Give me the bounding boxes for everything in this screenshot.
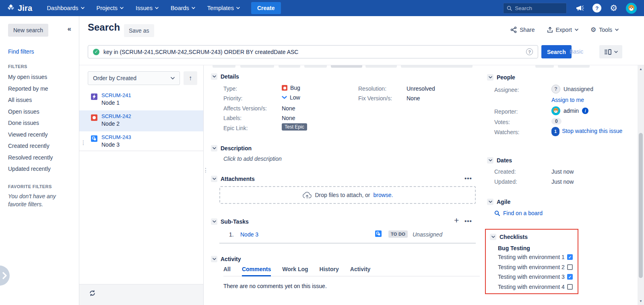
attachments-more-icon[interactable]: ••• xyxy=(464,175,472,182)
bug-issue-type-icon xyxy=(91,114,97,121)
sidebar-item-viewed-recently[interactable]: Viewed recently xyxy=(8,131,53,138)
epic-link-value: Test Epic xyxy=(282,123,307,131)
collapse-details-icon[interactable] xyxy=(211,73,217,80)
assignee-label: Assignee: xyxy=(494,87,519,93)
checkbox-environment-1[interactable] xyxy=(567,254,573,260)
browse-link[interactable]: browse. xyxy=(373,192,393,198)
nav-boards[interactable]: Boards xyxy=(171,5,195,11)
announcements-icon[interactable] xyxy=(575,4,584,12)
help-icon[interactable]: ? xyxy=(592,4,601,12)
collapse-description-icon[interactable] xyxy=(211,145,217,151)
nav-issues[interactable]: Issues xyxy=(136,5,159,11)
checkbox-environment-2[interactable] xyxy=(567,264,573,270)
reporter-avatar[interactable] xyxy=(551,106,560,115)
type-value: Bug xyxy=(282,85,300,91)
attachment-dropzone[interactable]: Drop files to attach, or browse. xyxy=(219,186,476,204)
sidebar-item-all-issues[interactable]: All issues xyxy=(8,97,53,103)
epic-badge[interactable]: Test Epic xyxy=(282,123,307,131)
collapse-people-icon[interactable] xyxy=(487,74,493,81)
chevron-down-icon xyxy=(155,7,159,9)
create-button[interactable]: Create xyxy=(251,2,281,14)
collapse-sidebar-icon[interactable]: « xyxy=(68,25,71,33)
scrollbar-thumb[interactable] xyxy=(639,133,643,278)
nav-projects[interactable]: Projects xyxy=(97,5,124,11)
activity-tabs: All Comments Work Log History Activity xyxy=(223,266,480,276)
nav-templates[interactable]: Templates xyxy=(207,5,240,11)
resolution-value: Unresolved xyxy=(407,85,435,92)
tools-button[interactable]: ⚙ Tools xyxy=(590,27,619,33)
collapse-activity-icon[interactable] xyxy=(211,256,217,262)
sidebar-item-reported-by-me[interactable]: Reported by me xyxy=(8,85,53,92)
share-button[interactable]: Share xyxy=(510,27,535,33)
collapse-checklists-icon[interactable] xyxy=(490,234,496,240)
order-by-select[interactable]: Order by Created xyxy=(88,71,180,85)
created-value: Just now xyxy=(551,168,574,175)
collapse-subtasks-icon[interactable] xyxy=(211,218,217,225)
sidebar-item-updated-recently[interactable]: Updated recently xyxy=(8,166,53,172)
sidebar-resize-handle[interactable]: ⋮ xyxy=(80,140,86,145)
export-button[interactable]: Export xyxy=(547,27,578,33)
issue-list-panel: Order by Created ↑ SCRUM-241 Node 1 SCRU… xyxy=(79,65,204,305)
issue-key-link[interactable]: SCRUM-242 xyxy=(101,113,131,119)
issue-row-scrum-242[interactable]: SCRUM-242 Node 2 xyxy=(79,110,203,131)
collapse-agile-icon[interactable] xyxy=(487,199,493,205)
issue-row-scrum-243[interactable]: SCRUM-243 Node 3 xyxy=(79,131,203,152)
votes-count-badge[interactable]: 0 xyxy=(551,118,561,124)
basic-mode-link[interactable]: Basic xyxy=(570,48,583,55)
find-on-board-link[interactable]: Find on a board xyxy=(503,210,543,216)
sidebar-item-done-issues[interactable]: Done issues xyxy=(8,120,53,126)
refresh-icon[interactable] xyxy=(89,290,96,297)
panel-resize-handle[interactable]: ⋮ xyxy=(203,167,208,173)
layout-switcher-button[interactable] xyxy=(599,45,622,58)
tab-all[interactable]: All xyxy=(223,266,231,272)
nav-dashboards[interactable]: Dashboards xyxy=(47,5,84,11)
assign-to-me-link[interactable]: Assign to me xyxy=(551,97,584,103)
watchers-value: 1Stop watching this issue xyxy=(551,127,624,136)
sidebar-item-resolved-recently[interactable]: Resolved recently xyxy=(8,154,53,161)
scroll-up-icon[interactable]: ▲ xyxy=(638,67,644,71)
subtask-link[interactable]: Node 3 xyxy=(240,231,258,238)
list-divider xyxy=(79,151,203,151)
tab-comments[interactable]: Comments xyxy=(242,266,271,272)
primary-nav: Dashboards Projects Issues Boards Templa… xyxy=(47,5,240,11)
reporter-info-icon[interactable]: i xyxy=(582,108,588,114)
jql-help-icon[interactable]: ? xyxy=(526,48,533,55)
issue-list-footer xyxy=(79,284,203,305)
jira-logo-text: Jira xyxy=(18,4,32,13)
layout-detail-view-icon xyxy=(604,49,611,55)
tab-history[interactable]: History xyxy=(320,266,339,272)
jira-logo[interactable]: Jira xyxy=(6,4,32,13)
page-title: Search xyxy=(88,22,120,33)
sidebar-item-created-recently[interactable]: Created recently xyxy=(8,143,53,149)
favorite-filters-empty-text: You don't have any favorite filters. xyxy=(8,192,64,208)
save-as-button[interactable]: Save as xyxy=(124,24,154,37)
sidebar-item-open-issues[interactable]: Open issues xyxy=(8,108,53,115)
global-search-input[interactable]: Search xyxy=(503,3,567,14)
checkbox-environment-3[interactable] xyxy=(567,274,573,280)
description-placeholder[interactable]: Click to add description xyxy=(223,156,282,162)
scroll-down-icon[interactable]: ▼ xyxy=(638,299,644,303)
subtasks-more-icon[interactable]: ••• xyxy=(464,218,472,224)
sidebar-item-my-open-issues[interactable]: My open issues xyxy=(8,74,53,80)
collapse-dates-icon[interactable] xyxy=(487,157,493,164)
issue-key-link[interactable]: SCRUM-241 xyxy=(101,92,131,98)
new-search-button[interactable]: New search xyxy=(8,24,48,37)
add-subtask-icon[interactable]: + xyxy=(454,216,459,224)
user-avatar[interactable] xyxy=(626,3,637,14)
cloud-upload-icon xyxy=(302,191,312,199)
jql-search-input[interactable]: ✓ key in (SCRUM-241,SCRUM-242,SCRUM-243)… xyxy=(88,45,538,58)
issue-key-link[interactable]: SCRUM-243 xyxy=(101,134,131,140)
jql-valid-icon: ✓ xyxy=(93,49,99,55)
checkbox-environment-4[interactable] xyxy=(567,284,573,290)
issue-row-scrum-241[interactable]: SCRUM-241 Node 1 xyxy=(79,89,203,110)
tab-work-log[interactable]: Work Log xyxy=(282,266,308,272)
tab-activity[interactable]: Activity xyxy=(350,266,371,272)
find-filters-link[interactable]: Find filters xyxy=(8,48,34,55)
sort-direction-button[interactable]: ↑ xyxy=(184,71,197,85)
header-actions: Share Export ⚙ Tools xyxy=(510,27,619,33)
collapse-attachments-icon[interactable] xyxy=(211,176,217,182)
search-button[interactable]: Search xyxy=(541,45,572,58)
vertical-scrollbar[interactable]: ▲ ▼ xyxy=(638,65,644,305)
stop-watching-link[interactable]: Stop watching this issue xyxy=(562,128,622,134)
settings-gear-icon[interactable]: ⚙ xyxy=(610,4,617,12)
